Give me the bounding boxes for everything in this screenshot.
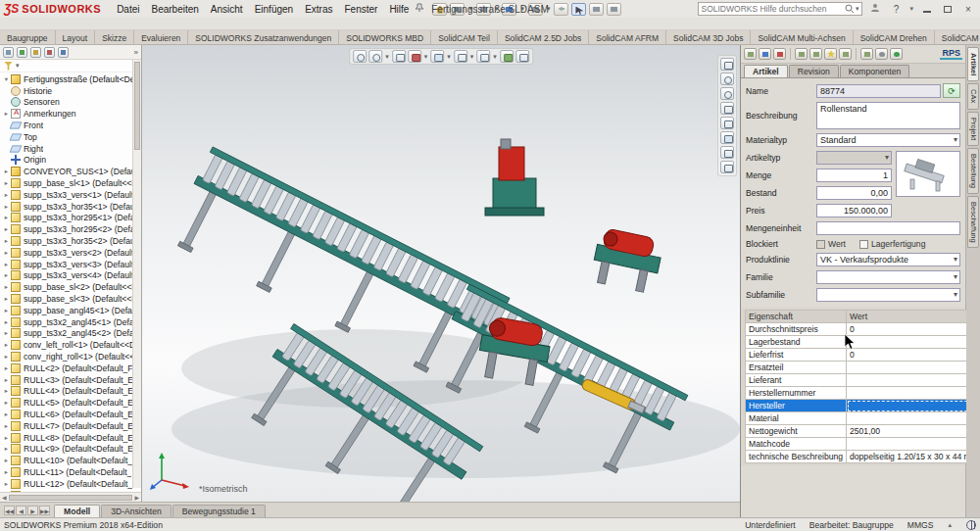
expand-arrow-icon[interactable]: ▸ [2,422,11,430]
tab-revision[interactable]: Revision [789,65,839,77]
tree-item[interactable]: ▸supp_base_sl<2> (Default<<De [2,281,141,293]
property-name-cell[interactable]: Lieferfrist [746,349,847,362]
rebuild-icon[interactable] [589,3,604,16]
menu-fenster[interactable]: Fenster [338,3,383,16]
tree-item[interactable]: ▸supp_ts3x3_hor35<1> (Default<<D [2,201,141,213]
expand-arrow-icon[interactable]: ▸ [2,261,11,268]
first-tab-icon[interactable]: ◀◀ [4,506,15,515]
property-value-cell[interactable]: 2501,00 [847,425,980,438]
table-row[interactable]: Lieferant [746,374,980,387]
expand-arrow-icon[interactable]: ▸ [2,376,11,384]
familie-select[interactable] [816,270,960,284]
property-name-cell[interactable]: Herstellernummer [746,387,847,400]
options-icon[interactable] [607,3,621,16]
close-button[interactable]: × [960,4,976,15]
tree-item[interactable]: ▸RULL<3> (Default<Default_E [2,374,141,386]
menu-hilfe[interactable]: Hilfe [383,3,415,16]
table-row[interactable]: Nettogewicht2501,00 [746,425,980,438]
expand-arrow-icon[interactable]: ▸ [2,110,11,118]
property-name-cell[interactable]: Hersteller [746,400,847,412]
select-icon[interactable] [571,3,586,16]
expand-arrow-icon[interactable]: ▸ [2,191,11,199]
tree-item[interactable]: ▸CONVEYOR_SUS<1> (Default<Def [2,166,141,177]
tab-solidcam-jobvorlage[interactable]: SolidCAM Jobvorlage [935,30,980,44]
tree-item[interactable]: ▸RULL<6> (Default<Default_E [2,409,141,420]
apply-icon[interactable] [860,48,873,60]
tree-item[interactable]: ▸RULL<9> (Default<Default_E [2,444,141,456]
property-name-cell[interactable]: technische Beschreibung [746,451,847,463]
save-article-icon[interactable] [759,48,771,60]
property-name-cell[interactable]: Durchschnittspreis [746,323,847,336]
propertymanager-icon[interactable] [17,47,27,58]
featuremanager-tree-icon[interactable] [3,47,14,58]
tree-item[interactable]: ▸supp_ts3x3_hor35<2> (Default<<D [2,235,141,247]
expand-arrow-icon[interactable]: ▸ [2,295,11,303]
expand-arrow-icon[interactable]: ▸ [2,249,11,257]
tree-item[interactable]: ▸RULL<2> (Default<Default_F [2,362,141,374]
preis-field[interactable]: 150.000,00 [816,204,892,217]
scrollbar-thumb[interactable] [9,495,133,501]
dimxpertmanager-icon[interactable] [44,47,55,58]
expand-arrow-icon[interactable]: ▸ [2,468,11,476]
expand-arrow-icon[interactable]: ▸ [2,179,11,187]
tree-vertical-scrollbar[interactable] [132,60,141,488]
user-account-icon[interactable] [867,3,883,15]
expand-arrow-icon[interactable]: ▸ [2,399,11,407]
favorite-icon[interactable] [824,48,837,60]
tab-solidworks-mbd[interactable]: SOLIDWORKS MBD [339,30,431,44]
search-dropdown-icon[interactable]: ▾ [856,5,859,13]
tree-item[interactable]: ▸RULL<5> (Default<Default_E [2,397,141,409]
table-row[interactable]: Durchschnittspreis0 [746,323,980,336]
expand-arrow-icon[interactable]: ▸ [2,271,11,279]
property-value-cell[interactable] [847,400,980,412]
table-row[interactable]: Hersteller [746,400,980,412]
tree-item[interactable]: ▸supp_base_angl45<1> (Default<< [2,305,141,316]
help-dropdown-icon[interactable]: ▾ [909,5,913,13]
side-tab-cax[interactable]: CAx [967,83,979,109]
doc-tab-bewegungsstudie-1[interactable]: Bewegungsstudie 1 [172,505,266,517]
expand-arrow-icon[interactable]: ▸ [2,203,11,211]
tree-item[interactable]: Origin [2,155,141,167]
name-refresh-button[interactable]: ⟳ [943,83,960,98]
table-row[interactable]: Matchcode [746,438,980,451]
unit-dropdown-icon[interactable]: ▴ [948,521,952,529]
table-row[interactable]: Lagerbestand [746,336,980,349]
tree-item[interactable]: ▸RULL<12> (Default<Default_ [2,478,141,490]
expand-arrow-icon[interactable]: ▸ [2,341,11,349]
collapse-arrow-icon[interactable]: ▾ [2,75,11,83]
expand-arrow-icon[interactable]: ▸ [2,364,11,372]
side-tab-projekt[interactable]: Projekt [967,112,979,146]
configurationmanager-icon[interactable] [30,47,41,58]
filter-dropdown-icon[interactable]: ▾ [16,62,20,70]
tab-layout[interactable]: Layout [56,30,96,44]
help-search[interactable]: ▾ [698,2,862,16]
tree-item[interactable]: ▸supp_base_sl<3> (Default<<De [2,293,141,305]
tree-item[interactable]: Historie [2,85,141,97]
tab-solidcam-teil[interactable]: SolidCAM Teil [431,30,498,44]
expand-arrow-icon[interactable]: ▸ [2,318,11,326]
tab-solidcam-multi-achsen[interactable]: SolidCAM Multi-Achsen [751,30,853,44]
tree-item[interactable]: Right [2,143,141,155]
restore-button[interactable] [940,4,956,15]
mengeneinheit-field[interactable] [816,221,960,235]
doc-tab-3d-ansichten[interactable]: 3D-Ansichten [101,505,172,517]
tree-item[interactable]: ▸supp_ts3x3_vers<3> (Default<<Det [2,259,141,270]
expand-arrow-icon[interactable]: ▸ [2,237,11,245]
tab-artikel[interactable]: Artikel [744,65,788,77]
tree-item[interactable]: ▸supp_ts3x3_vers<4> (Default<<Det [2,270,141,282]
conveyor-assembly-model[interactable] [142,45,740,502]
menu-bearbeiten[interactable]: Bearbeiten [145,3,204,16]
tree-root-item[interactable]: ▾Fertigungsstraße (Default<Default_Dis [2,73,141,85]
property-name-cell[interactable]: Lieferant [746,374,847,387]
artikeltyp-select[interactable] [816,151,892,165]
settings-icon[interactable] [875,48,888,60]
table-row[interactable]: Herstellernummer [746,387,980,400]
beschreibung-field[interactable]: Rollenstand [816,102,960,129]
property-value-cell[interactable]: 0 [847,349,980,362]
expand-arrow-icon[interactable]: ▸ [2,307,11,314]
pushpin-icon[interactable] [415,3,424,15]
property-value-cell[interactable]: 0 [847,323,980,336]
name-field[interactable]: 88774 [816,84,941,98]
tab-solidcam-3d-jobs[interactable]: SolidCAM 3D Jobs [666,30,751,44]
displaymanager-icon[interactable] [58,47,69,58]
